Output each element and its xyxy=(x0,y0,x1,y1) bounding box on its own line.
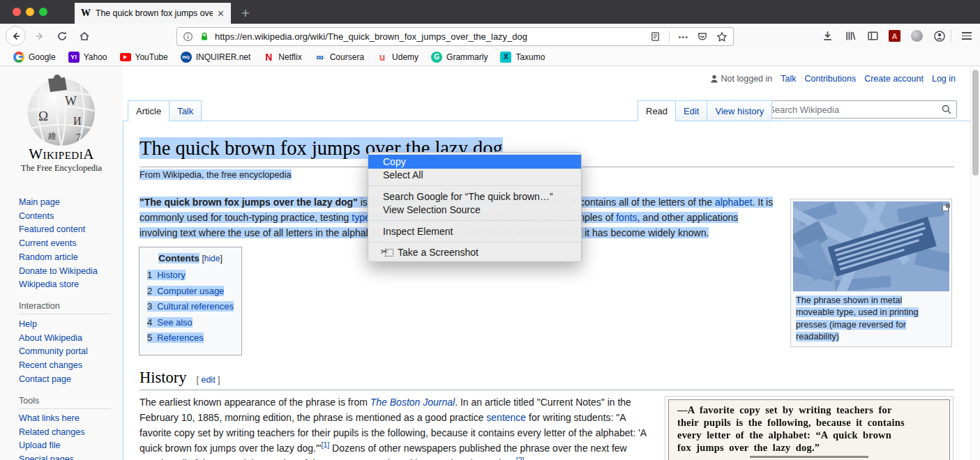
bookmark-grammarly[interactable]: Grammarly xyxy=(425,48,494,66)
menu-item-inspect-element[interactable]: Inspect Element xyxy=(368,224,581,238)
forward-button[interactable] xyxy=(29,26,50,46)
toc-item-cultural-references[interactable]: 3Cultural references xyxy=(140,299,241,315)
enlarge-icon[interactable] xyxy=(942,204,950,211)
wikipedia-globe-logo[interactable]: W Ω И 維 7 xyxy=(23,75,100,147)
inline-link[interactable]: alphabet xyxy=(715,197,753,208)
sidebar-item-donate-to-wikipedia[interactable]: Donate to Wikipedia xyxy=(19,265,98,279)
extension-button[interactable] xyxy=(907,26,927,46)
menu-item-select-all[interactable]: Select All xyxy=(368,169,581,183)
zoom-window-button[interactable] xyxy=(39,8,47,16)
scissors-icon: ✂ xyxy=(382,247,394,257)
view-tab-edit[interactable]: Edit xyxy=(676,100,707,121)
sidebar-item-what-links-here[interactable]: What links here xyxy=(19,412,85,426)
sidebar-item-recent-changes[interactable]: Recent changes xyxy=(19,359,88,373)
url-text[interactable]: https://en.wikipedia.org/wiki/The_quick_… xyxy=(215,31,650,42)
inline-link[interactable]: fonts xyxy=(616,212,637,223)
close-tab-icon[interactable]: ✕ xyxy=(217,8,225,19)
url-bar[interactable]: https://en.wikipedia.org/wiki/The_quick_… xyxy=(176,27,734,46)
text-segment: commonly used for touch-typing practice,… xyxy=(140,212,352,223)
wikipedia-wordmark[interactable]: WikipediA xyxy=(0,146,123,163)
search-input[interactable] xyxy=(762,100,957,118)
toc-link[interactable]: Cultural references xyxy=(157,301,234,312)
sidebar-item-main-page[interactable]: Main page xyxy=(19,196,98,210)
scrollbar-track[interactable] xyxy=(970,66,980,460)
sidebar-item-related-changes[interactable]: Related changes xyxy=(19,426,85,440)
minimize-window-button[interactable] xyxy=(26,8,34,16)
view-tab-view-history[interactable]: View history xyxy=(707,100,772,121)
tab-article[interactable]: Article xyxy=(128,100,169,121)
home-button[interactable] xyxy=(74,26,94,46)
bookmark-google[interactable]: Google xyxy=(7,48,62,66)
account-button[interactable] xyxy=(929,26,949,46)
reference-link[interactable]: [2] xyxy=(516,456,525,460)
sidebar-item-community-portal[interactable]: Community portal xyxy=(19,345,88,359)
bookmark-coursera[interactable]: Coursera xyxy=(308,48,370,66)
toc-link[interactable]: See also xyxy=(157,317,193,328)
bookmark-yahoo[interactable]: Yahoo xyxy=(62,48,114,66)
bookmark-taxumo[interactable]: Taxumo xyxy=(494,48,551,66)
menu-item-view-selection-source[interactable]: View Selection Source xyxy=(368,204,581,217)
tab-talk[interactable]: Talk xyxy=(169,100,202,121)
personal-link-talk[interactable]: Talk xyxy=(781,74,796,84)
toc-item-references[interactable]: 5References xyxy=(140,330,241,346)
reference-link[interactable]: [1] xyxy=(322,440,330,449)
sidebar-item-random-article[interactable]: Random article xyxy=(19,251,98,265)
sidebar-item-help[interactable]: Help xyxy=(19,318,88,332)
toc-link[interactable]: Computer usage xyxy=(157,286,224,296)
toc-number: 3 xyxy=(147,301,152,312)
toc-link[interactable]: References xyxy=(157,332,203,343)
reload-icon xyxy=(56,31,68,42)
bookmark-netflix[interactable]: Netflix xyxy=(257,48,308,66)
toc-list: 1History2Computer usage3Cultural referen… xyxy=(140,268,241,346)
view-tab-read[interactable]: Read xyxy=(638,100,676,121)
toc-hide-toggle[interactable]: [hide] xyxy=(202,254,222,263)
downloads-button[interactable] xyxy=(817,26,838,46)
sidebar-interaction-list: HelpAbout WikipediaCommunity portalRecen… xyxy=(19,318,88,387)
toc-item-history[interactable]: 1History xyxy=(140,268,241,284)
sidebar-item-about-wikipedia[interactable]: About Wikipedia xyxy=(19,332,88,346)
toc-item-see-also[interactable]: 4See also xyxy=(140,315,241,331)
inline-link[interactable]: The Boston Journal xyxy=(370,397,455,408)
bookmark-inquirer[interactable]: INQUIRER.net xyxy=(174,48,257,66)
bookmark-udemy[interactable]: Udemy xyxy=(370,48,425,66)
personal-link-create-account[interactable]: Create account xyxy=(864,74,924,84)
toc-item-computer-usage[interactable]: 2Computer usage xyxy=(140,284,241,300)
toc-link[interactable]: History xyxy=(157,270,185,280)
sidebar-item-featured-content[interactable]: Featured content xyxy=(19,223,98,237)
personal-link-log-in[interactable]: Log in xyxy=(932,74,956,84)
search-icon[interactable] xyxy=(941,104,952,115)
menu-item-copy[interactable]: Copy xyxy=(368,155,581,169)
sidebar-item-wikipedia-store[interactable]: Wikipedia store xyxy=(19,278,98,292)
site-info-icon[interactable] xyxy=(183,31,193,42)
reload-button[interactable] xyxy=(52,26,72,46)
wikipedia-tagline: The Free Encyclopedia xyxy=(0,163,123,174)
pocket-icon[interactable] xyxy=(697,31,708,43)
sidebar-item-contact-page[interactable]: Contact page xyxy=(19,373,88,387)
svg-text:Ω: Ω xyxy=(38,109,48,123)
inline-link[interactable]: sentence xyxy=(486,412,526,423)
sidebar-item-upload-file[interactable]: Upload file xyxy=(19,439,85,453)
new-tab-button[interactable]: + xyxy=(234,3,257,24)
menu-item-search-google-for-the-quick-brown[interactable]: Search Google for “The quick brown…” xyxy=(368,190,581,204)
newspaper-clipping-image[interactable]: —A favorite copy set by writing teachers… xyxy=(665,396,953,460)
thumbnail-caption: The phrase shown in metalmoveable type, … xyxy=(793,291,949,344)
close-window-button[interactable] xyxy=(13,8,21,16)
browser-tab[interactable]: W The quick brown fox jumps over ✕ xyxy=(75,3,231,24)
bookmark-youtube[interactable]: YouTube xyxy=(114,48,174,66)
bookmark-star-icon[interactable] xyxy=(716,31,728,43)
sidebar-item-special-pages[interactable]: Special pages xyxy=(19,453,85,460)
edit-section-link[interactable]: [ edit ] xyxy=(197,375,220,385)
personal-link-contributions[interactable]: Contributions xyxy=(805,74,857,84)
sidebar-toggle-button[interactable] xyxy=(863,26,883,46)
library-button[interactable] xyxy=(840,26,861,46)
scrollbar-thumb[interactable] xyxy=(972,70,979,176)
menu-item-take-a-screenshot[interactable]: ✂Take a Screenshot xyxy=(368,246,581,260)
adobe-extension-button[interactable]: A xyxy=(884,26,905,46)
metal-type-image[interactable] xyxy=(793,201,949,291)
sidebar-item-current-events[interactable]: Current events xyxy=(19,237,98,251)
page-actions-icon[interactable]: ••• xyxy=(678,33,688,41)
reader-mode-icon[interactable] xyxy=(650,31,661,42)
menu-button[interactable] xyxy=(956,26,977,46)
sidebar-item-contents[interactable]: Contents xyxy=(19,210,98,224)
back-button[interactable] xyxy=(6,26,26,46)
